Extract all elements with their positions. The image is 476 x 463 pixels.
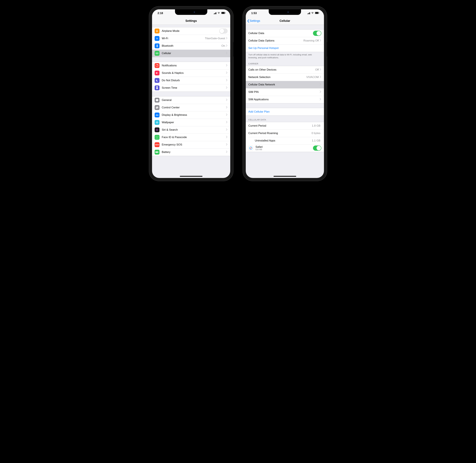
row-notifications[interactable]: Notifications <box>152 62 230 69</box>
chevron-right-icon <box>226 128 228 131</box>
row-label: Cellular <box>162 52 171 55</box>
cellular-data-options-row[interactable]: Cellular Data Options Roaming Off <box>246 37 324 45</box>
row-general[interactable]: General <box>152 96 230 104</box>
row-label: SIM PIN <box>248 90 258 94</box>
status-time: 1:53 <box>251 12 257 15</box>
row-label: General <box>162 98 171 102</box>
chevron-right-icon <box>226 151 228 154</box>
home-indicator[interactable] <box>180 176 202 177</box>
row-label: Airplane Mode <box>162 29 180 33</box>
chevron-right-icon <box>226 121 228 124</box>
svg-point-17 <box>156 137 157 137</box>
back-label: Settings <box>250 19 260 23</box>
row-label: Siri & Search <box>162 128 178 132</box>
row-value: TitanGate-Guest <box>205 37 225 40</box>
cellular-signal-icon <box>307 12 310 14</box>
svg-rect-23 <box>315 12 318 14</box>
svg-point-14 <box>156 128 159 132</box>
phone-right: 1:53 Settings Cellular Cellular Data <box>243 7 327 181</box>
airplane-mode-toggle[interactable] <box>219 28 228 34</box>
flower-icon <box>155 120 159 125</box>
setup-hotspot-row[interactable]: Set Up Personal Hotspot <box>246 45 324 52</box>
chevron-right-icon <box>226 114 228 116</box>
row-wallpaper[interactable]: Wallpaper <box>152 119 230 126</box>
cellular-data-toggle[interactable] <box>313 31 321 36</box>
uninstalled-apps-row[interactable]: Uninstalled Apps 1.1 GB <box>246 137 324 144</box>
row-label: Current Period <box>248 124 266 127</box>
wifi-icon <box>217 12 220 15</box>
svg-point-12 <box>156 122 157 123</box>
row-screen-time[interactable]: Screen Time <box>152 84 230 92</box>
cellular-signal-icon <box>214 12 217 14</box>
safari-data-row[interactable]: Safari 526 MB <box>246 144 324 152</box>
battery-icon <box>221 12 226 15</box>
safari-toggle[interactable] <box>313 145 321 151</box>
row-label: Cellular Data Network <box>248 83 275 86</box>
row-label: Emergency SOS <box>162 143 182 146</box>
svg-point-9 <box>157 122 157 123</box>
svg-point-11 <box>157 123 157 124</box>
svg-rect-1 <box>222 12 225 14</box>
cellular-data-row[interactable]: Cellular Data <box>246 30 324 37</box>
row-label: Uninstalled Apps <box>255 139 275 142</box>
settings-group-connectivity: Airplane Mode Wi-Fi TitanGate-Guest Blue… <box>152 27 230 57</box>
back-button[interactable]: Settings <box>247 17 260 25</box>
chevron-right-icon <box>226 79 228 82</box>
row-face-id-passcode[interactable]: Face ID & Passcode <box>152 134 230 141</box>
row-sounds-haptics[interactable]: Sounds & Haptics <box>152 69 230 77</box>
chevron-right-icon <box>320 98 321 101</box>
row-do-not-disturb[interactable]: Do Not Disturb <box>152 77 230 84</box>
switches-icon <box>155 105 159 110</box>
row-calls-on-other-devices[interactable]: Calls on Other Devices Off <box>246 66 324 73</box>
safari-icon <box>248 146 253 151</box>
add-cellular-plan-row[interactable]: Add Cellular Plan <box>246 108 324 116</box>
sos-icon: SOS <box>155 142 159 147</box>
row-label: Wi-Fi <box>162 37 168 40</box>
row-siri-search[interactable]: Siri & Search <box>152 126 230 134</box>
svg-point-13 <box>157 122 158 123</box>
bluetooth-icon <box>155 44 159 48</box>
carrier-group: Calls on Other Devices Off Network Selec… <box>246 66 324 103</box>
row-bluetooth[interactable]: Bluetooth On <box>152 42 230 50</box>
row-emergency-sos[interactable]: SOS Emergency SOS <box>152 141 230 148</box>
svg-rect-21 <box>158 152 159 152</box>
hotspot-link: Set Up Personal Hotspot <box>248 46 279 50</box>
chevron-right-icon <box>226 64 228 67</box>
moon-icon <box>155 78 159 83</box>
row-control-center[interactable]: Control Center <box>152 104 230 111</box>
chevron-right-icon <box>226 86 228 89</box>
row-display-brightness[interactable]: AA Display & Brightness <box>152 111 230 119</box>
wifi-icon <box>311 12 314 15</box>
row-wi-fi[interactable]: Wi-Fi TitanGate-Guest <box>152 35 230 42</box>
row-network-selection[interactable]: Network Selection VIVACOM <box>246 73 324 81</box>
svg-rect-24 <box>319 13 319 13</box>
home-indicator[interactable] <box>274 176 296 177</box>
cellular-content[interactable]: Cellular Data Cellular Data Options Roam… <box>246 25 324 178</box>
settings-content[interactable]: Airplane Mode Wi-Fi TitanGate-Guest Blue… <box>152 25 230 178</box>
add-plan-link: Add Cellular Plan <box>248 110 269 113</box>
notch <box>175 9 207 15</box>
row-battery[interactable]: Battery <box>152 148 230 156</box>
hourglass-icon <box>155 85 159 90</box>
row-cellular[interactable]: Cellular <box>152 50 230 57</box>
row-sim-applications[interactable]: SIM Applications <box>246 96 324 103</box>
cellular-data-label: Cellular Data <box>248 32 264 35</box>
row-airplane-mode[interactable]: Airplane Mode <box>152 27 230 35</box>
notch <box>269 9 301 15</box>
svg-point-4 <box>157 65 158 65</box>
row-label: Bluetooth <box>162 44 173 47</box>
svg-point-6 <box>156 107 156 107</box>
svg-rect-20 <box>156 152 158 152</box>
chevron-right-icon <box>320 83 321 86</box>
settings-group-general: General Control Center AA Display & Brig… <box>152 96 230 156</box>
row-label: Face ID & Passcode <box>162 136 187 139</box>
current-period-row: Current Period 1.8 GB <box>246 122 324 130</box>
chevron-right-icon <box>226 37 228 40</box>
row-cellular-data-network[interactable]: Cellular Data Network <box>246 81 324 88</box>
row-sim-pin[interactable]: SIM PIN <box>246 88 324 96</box>
row-label: Sounds & Haptics <box>162 71 183 75</box>
svg-point-8 <box>157 108 158 108</box>
row-label: Battery <box>162 151 170 154</box>
row-label: Notifications <box>162 64 177 67</box>
carrier-header: CARRIER <box>246 60 324 66</box>
